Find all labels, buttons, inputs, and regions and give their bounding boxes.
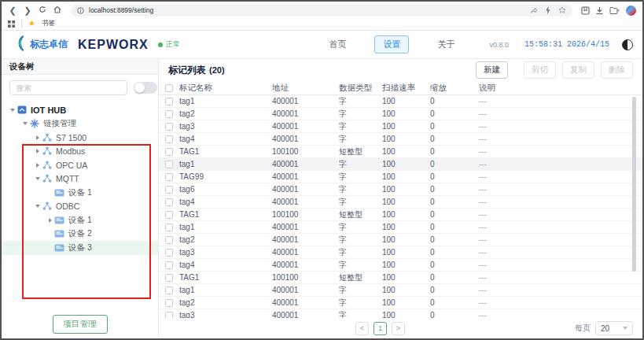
caret-down-icon[interactable] <box>8 109 17 112</box>
folder-menu-icon[interactable] <box>609 6 620 15</box>
table-row[interactable]: TAG99400001字1000--- <box>159 171 642 183</box>
caret-down-icon[interactable] <box>20 122 29 125</box>
cell-name: tag1 <box>179 160 272 168</box>
row-checkbox[interactable] <box>165 286 173 294</box>
search-input[interactable] <box>9 80 127 95</box>
table-row[interactable]: TAG1100100短整型1000--- <box>159 272 642 284</box>
caret-right-icon[interactable] <box>33 149 42 153</box>
vertical-scrollbar[interactable] <box>632 97 636 272</box>
back-icon[interactable]: ❮ <box>8 6 17 15</box>
row-checkbox[interactable] <box>165 211 173 219</box>
row-checkbox[interactable] <box>165 110 173 118</box>
table-row[interactable]: tag2400001字1000--- <box>159 108 642 120</box>
row-checkbox[interactable] <box>165 249 173 257</box>
table-row[interactable]: tag1400001字1000--- <box>159 95 642 108</box>
share-icon[interactable] <box>530 6 538 14</box>
row-checkbox[interactable] <box>165 123 173 131</box>
cell-desc: --- <box>479 223 642 231</box>
cell-rate: 100 <box>382 273 430 282</box>
toolbar-button-删除[interactable]: 删除 <box>601 61 633 79</box>
cell-type: 字 <box>339 134 382 145</box>
row-checkbox[interactable] <box>165 173 173 181</box>
search-toggle[interactable] <box>134 82 157 94</box>
row-checkbox[interactable] <box>165 261 173 269</box>
cell-desc: --- <box>479 273 642 282</box>
apps-grid-icon[interactable] <box>8 20 15 28</box>
tree-item-链接管理[interactable]: 链接管理 <box>2 117 158 131</box>
cell-address: 100100 <box>272 273 339 282</box>
nav-tab-关于[interactable]: 关于 <box>429 36 462 53</box>
table-row[interactable]: tag4400001字1000--- <box>159 133 642 146</box>
site-info-icon[interactable] <box>77 7 84 14</box>
reading-list-icon[interactable] <box>581 6 590 15</box>
caret-down-icon[interactable] <box>33 205 42 208</box>
row-checkbox[interactable] <box>165 148 173 156</box>
table-row[interactable]: tag2400001字1000--- <box>159 297 642 309</box>
bookmark-star-icon[interactable] <box>558 6 566 14</box>
column-header-4: 扫描速率 <box>382 83 430 94</box>
tree-item-设备-1[interactable]: 设备 1 <box>2 213 158 227</box>
caret-right-icon[interactable] <box>46 218 54 223</box>
next-page-button[interactable]: > <box>392 322 405 335</box>
project-management-button[interactable]: 项目管理 <box>53 315 108 334</box>
row-checkbox[interactable] <box>165 186 173 194</box>
table-row[interactable]: tag4400001字1000--- <box>159 259 642 272</box>
tree-item-S7-1500[interactable]: S7 1500 <box>2 131 158 145</box>
tree-item-IOT-HUB[interactable]: IOT HUB <box>2 103 158 117</box>
row-checkbox[interactable] <box>165 98 173 105</box>
table-row[interactable]: TAG1100100短整型1000--- <box>159 209 642 221</box>
row-checkbox[interactable] <box>165 312 173 319</box>
table-row[interactable]: tag2400001字1000--- <box>159 234 642 246</box>
nav-tab-设置[interactable]: 设置 <box>374 35 409 54</box>
status-label: 正常 <box>166 39 180 50</box>
table-row[interactable]: tag1400001字1000--- <box>159 221 642 234</box>
tree-item-Modbus[interactable]: Modbus <box>2 145 158 159</box>
table-row[interactable]: tag3400001字1000--- <box>159 246 642 259</box>
caret-right-icon[interactable] <box>33 163 42 168</box>
toolbar-button-剪切[interactable]: 剪切 <box>524 61 556 79</box>
toolbar-button-新建[interactable]: 新建 <box>476 61 508 79</box>
row-checkbox[interactable] <box>165 236 173 244</box>
table-row[interactable]: TAG1100100短整型1000--- <box>159 146 642 158</box>
tree-item-OPC-UA[interactable]: OPC UA <box>2 158 158 172</box>
cell-scale: 0 <box>430 97 479 105</box>
tree-item-MQTT[interactable]: MQTT <box>2 172 158 187</box>
table-row[interactable]: tag1400001字1000--- <box>159 158 642 171</box>
row-checkbox[interactable] <box>165 161 173 168</box>
nav-tab-首页[interactable]: 首页 <box>321 36 354 53</box>
per-page-select[interactable]: 20 <box>595 321 633 335</box>
table-row[interactable]: tag6400001字1000--- <box>159 183 642 196</box>
column-header-2: 地址 <box>272 83 339 94</box>
toolbar-button-复制[interactable]: 复制 <box>562 61 594 79</box>
forward-icon[interactable]: ❯ <box>23 6 32 15</box>
row-checkbox[interactable] <box>165 224 173 231</box>
select-all-checkbox[interactable] <box>165 84 173 92</box>
refresh-icon[interactable] <box>38 6 47 15</box>
caret-right-icon[interactable] <box>33 135 42 140</box>
row-checkbox[interactable] <box>165 135 173 143</box>
theme-toggle-icon[interactable] <box>622 39 633 50</box>
cell-scale: 0 <box>430 172 479 181</box>
table-row[interactable]: tag1400001字1000--- <box>159 284 642 297</box>
table-row[interactable]: tag3400001字1000--- <box>159 309 642 318</box>
current-page-button[interactable]: 1 <box>374 322 387 335</box>
tree-item-设备-3[interactable]: 设备 3 <box>2 241 158 255</box>
table-row[interactable]: tag3400001字1000--- <box>159 120 642 133</box>
profile-avatar[interactable] <box>626 6 636 16</box>
cell-address: 400001 <box>272 172 339 181</box>
row-checkbox[interactable] <box>165 299 173 307</box>
lightning-icon[interactable] <box>545 6 551 14</box>
table-row[interactable]: tag4400001字1000--- <box>159 196 642 209</box>
prev-page-button[interactable]: < <box>355 322 369 335</box>
caret-down-icon[interactable] <box>33 177 42 180</box>
cell-scale: 0 <box>430 223 479 231</box>
bookmark-item[interactable]: 书签 <box>42 19 55 28</box>
download-icon[interactable] <box>595 6 604 15</box>
row-checkbox[interactable] <box>165 198 173 206</box>
row-checkbox[interactable] <box>165 274 173 282</box>
home-icon[interactable] <box>53 6 62 15</box>
tree-item-ODBC[interactable]: ODBC <box>2 200 158 214</box>
tree-item-设备-2[interactable]: 设备 2 <box>2 227 158 242</box>
tree-item-设备-1[interactable]: 设备 1 <box>2 186 158 200</box>
address-bar[interactable]: localhost:8899/setting <box>71 5 572 17</box>
